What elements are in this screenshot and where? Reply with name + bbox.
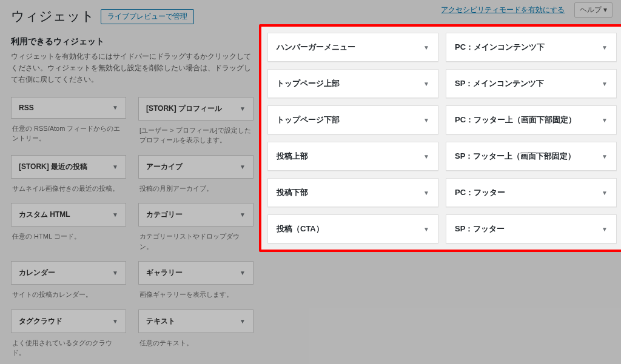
chevron-down-icon: ▼ xyxy=(602,117,608,124)
widget-item: アーカイブ▼投稿の月別アーカイブ。 xyxy=(138,155,253,200)
widget-area[interactable]: 投稿下部▼ xyxy=(267,178,438,207)
widget-item: タグクラウド▼よく使用されているタグのクラウド。 xyxy=(11,309,126,364)
chevron-down-icon: ▼ xyxy=(423,117,429,124)
chevron-down-icon: ▼ xyxy=(602,153,608,160)
widget-description: 投稿の月別アーカイブ。 xyxy=(138,179,253,200)
page-title: ウィジェット xyxy=(11,7,95,25)
widget-item: テキスト▼任意のテキスト。 xyxy=(138,309,253,364)
widget-header[interactable]: カスタム HTML▼ xyxy=(11,203,126,227)
widget-title: カレンダー xyxy=(19,268,55,278)
widget-areas-panel: ハンバーガーメニュー▼PC：メインコンテンツ下▼トップページ上部▼SP：メインコ… xyxy=(259,24,621,252)
widget-description: 任意のテキスト。 xyxy=(138,333,253,354)
widget-area-title: ハンバーガーメニュー xyxy=(277,42,355,53)
widget-description: サムネイル画像付きの最近の投稿。 xyxy=(11,179,126,200)
widget-title: アーカイブ xyxy=(146,162,183,172)
chevron-down-icon: ▼ xyxy=(423,81,429,87)
widget-item: ギャラリー▼画像ギャラリーを表示します。 xyxy=(138,261,253,306)
widget-description: 任意の RSS/Atom フィードからのエントリー。 xyxy=(11,119,126,150)
chevron-down-icon: ▼ xyxy=(423,226,429,233)
chevron-down-icon: ▼ xyxy=(423,153,429,160)
chevron-down-icon: ▼ xyxy=(112,211,118,218)
widget-header[interactable]: アーカイブ▼ xyxy=(138,155,253,179)
widget-area[interactable]: ハンバーガーメニュー▼ xyxy=(267,33,438,62)
widget-item: [STORK] 最近の投稿▼サムネイル画像付きの最近の投稿。 xyxy=(11,155,126,200)
widget-area-title: 投稿上部 xyxy=(277,151,308,162)
widget-item: [STORK] プロフィール▼[ユーザー > プロフィール]で設定したプロフィー… xyxy=(138,97,253,151)
widget-description: [ユーザー > プロフィール]で設定したプロフィールを表示します。 xyxy=(138,121,253,151)
widget-header[interactable]: テキスト▼ xyxy=(138,309,253,333)
widget-area[interactable]: 投稿（CTA）▼ xyxy=(267,214,438,243)
widget-area-title: PC：メインコンテンツ下 xyxy=(455,42,545,53)
widget-area[interactable]: 投稿上部▼ xyxy=(267,142,438,171)
widget-header[interactable]: カテゴリー▼ xyxy=(138,203,253,227)
widget-description: よく使用されているタグのクラウド。 xyxy=(11,333,126,364)
widget-area-title: SP：フッター上（画面下部固定） xyxy=(455,151,576,162)
widget-area[interactable]: PC：フッター▼ xyxy=(446,178,617,207)
widget-header[interactable]: [STORK] 最近の投稿▼ xyxy=(11,155,126,179)
chevron-down-icon: ▼ xyxy=(240,270,246,276)
widget-title: タグクラウド xyxy=(19,316,62,326)
widget-description: カテゴリーリストやドロップダウン。 xyxy=(138,227,253,257)
chevron-down-icon: ▼ xyxy=(602,226,608,233)
chevron-down-icon: ▼ xyxy=(240,318,246,325)
widget-area[interactable]: SP：メインコンテンツ下▼ xyxy=(446,69,617,98)
widget-area[interactable]: SP：フッター▼ xyxy=(446,214,617,243)
widget-title: テキスト xyxy=(146,316,175,326)
widget-item: カレンダー▼サイトの投稿カレンダー。 xyxy=(11,261,126,306)
chevron-down-icon: ▼ xyxy=(602,81,608,87)
widget-title: RSS xyxy=(19,104,34,112)
widget-area-title: トップページ下部 xyxy=(277,114,340,125)
live-preview-button[interactable]: ライブプレビューで管理 xyxy=(101,9,194,24)
chevron-down-icon: ▼ xyxy=(423,190,429,196)
widget-description: 画像ギャラリーを表示します。 xyxy=(138,285,253,306)
widget-area[interactable]: トップページ上部▼ xyxy=(267,69,438,98)
widget-header[interactable]: RSS▼ xyxy=(11,97,126,119)
chevron-down-icon: ▼ xyxy=(240,105,246,112)
chevron-down-icon: ▼ xyxy=(240,211,246,218)
widget-item: カテゴリー▼カテゴリーリストやドロップダウン。 xyxy=(138,203,253,257)
widget-title: [STORK] プロフィール xyxy=(146,104,222,114)
widget-area[interactable]: トップページ下部▼ xyxy=(267,105,438,134)
widget-description: サイトの投稿カレンダー。 xyxy=(11,285,126,306)
widget-area[interactable]: PC：メインコンテンツ下▼ xyxy=(446,33,617,62)
widget-area-title: SP：フッター xyxy=(455,223,505,234)
widget-header[interactable]: ギャラリー▼ xyxy=(138,261,253,285)
widget-area-title: SP：メインコンテンツ下 xyxy=(455,78,544,89)
widget-area-title: 投稿下部 xyxy=(277,187,308,198)
chevron-down-icon: ▼ xyxy=(112,104,118,111)
widget-area-title: トップページ上部 xyxy=(277,78,340,89)
widget-title: ギャラリー xyxy=(146,268,183,278)
chevron-down-icon: ▼ xyxy=(112,270,118,276)
chevron-down-icon: ▼ xyxy=(240,164,246,170)
widget-area[interactable]: PC：フッター上（画面下部固定）▼ xyxy=(446,105,617,134)
widget-item: カスタム HTML▼任意の HTML コード。 xyxy=(11,203,126,257)
available-widgets-description: ウィジェットを有効化するにはサイドバーにドラッグするかクリックしてください。ウィ… xyxy=(11,51,253,86)
chevron-down-icon: ▼ xyxy=(112,318,118,325)
widget-area-title: 投稿（CTA） xyxy=(277,223,324,234)
widget-area-title: PC：フッター xyxy=(455,187,505,198)
widget-description: 任意の HTML コード。 xyxy=(11,227,126,248)
widget-title: [STORK] 最近の投稿 xyxy=(19,162,87,172)
widget-area-title: PC：フッター上（画面下部固定） xyxy=(455,114,576,125)
widget-title: カスタム HTML xyxy=(19,210,70,220)
widget-header[interactable]: タグクラウド▼ xyxy=(11,309,126,333)
available-widgets-heading: 利用できるウィジェット xyxy=(11,36,253,47)
chevron-down-icon: ▼ xyxy=(112,164,118,170)
widget-header[interactable]: [STORK] プロフィール▼ xyxy=(138,97,253,121)
chevron-down-icon: ▼ xyxy=(602,190,608,196)
widget-header[interactable]: カレンダー▼ xyxy=(11,261,126,285)
widget-item: RSS▼任意の RSS/Atom フィードからのエントリー。 xyxy=(11,97,126,151)
widget-title: カテゴリー xyxy=(146,210,183,220)
chevron-down-icon: ▼ xyxy=(423,44,429,51)
widget-area[interactable]: SP：フッター上（画面下部固定）▼ xyxy=(446,142,617,171)
chevron-down-icon: ▼ xyxy=(602,44,608,51)
